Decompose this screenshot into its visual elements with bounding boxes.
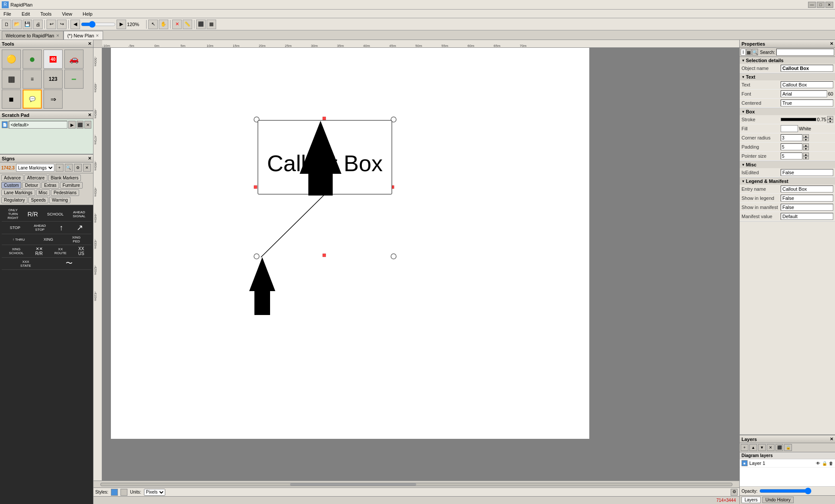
sign-wavy[interactable]: 〜	[66, 259, 73, 268]
stroke-up[interactable]: ▲	[827, 116, 833, 119]
minimize-button[interactable]: —	[808, 2, 816, 8]
menu-tools[interactable]: Tools	[39, 11, 53, 17]
layer-up-btn[interactable]: ▲	[749, 444, 757, 451]
sign-xxx-state[interactable]: XXXSTATE	[20, 260, 31, 268]
zoom-out[interactable]: ◀	[70, 20, 80, 29]
filter-advance[interactable]: Advance	[1, 175, 23, 181]
box-section-header[interactable]: Box	[740, 108, 835, 115]
sign-arrow-up[interactable]: ↑	[59, 223, 63, 232]
layer-add-btn[interactable]: +	[741, 444, 748, 451]
tab-welcome[interactable]: Welcome to RapidPlan ✕	[2, 31, 63, 40]
prop-tab-3[interactable]: 🔍	[752, 49, 758, 56]
toolbar-layer1[interactable]: ⬛	[196, 20, 206, 29]
menu-file[interactable]: File	[2, 11, 13, 17]
toolbar-undo[interactable]: ↩	[47, 20, 56, 29]
tool-ellipse[interactable]: ●	[23, 50, 42, 69]
sign-rr[interactable]: R/R	[27, 211, 38, 218]
toolbar-open[interactable]: 📂	[12, 20, 22, 29]
signs-category-select[interactable]: Lane Markings	[16, 164, 54, 172]
tool-shading[interactable]: ◼	[2, 90, 21, 109]
sign-xx-route[interactable]: XXROUTE	[54, 247, 67, 255]
sign-xx-us[interactable]: XXUS	[78, 246, 84, 256]
filter-blank-markers[interactable]: Blank Markers	[48, 175, 81, 181]
tool-number[interactable]: 123	[43, 70, 63, 89]
properties-search[interactable]	[776, 49, 834, 56]
layer-visibility[interactable]: 👁	[816, 461, 820, 466]
styles-gear[interactable]: ⚙	[731, 489, 738, 496]
pointer-size-input[interactable]	[781, 153, 802, 159]
tool-list[interactable]: ≡	[23, 70, 42, 89]
filter-speeds[interactable]: Speeds	[28, 197, 48, 203]
tools-panel-close[interactable]: ✕	[88, 41, 91, 46]
scratchpad-btn-3[interactable]: ✕	[84, 121, 91, 129]
tool-line[interactable]: ━	[64, 70, 84, 89]
legend-section-header[interactable]: Legend & Manifest	[740, 178, 835, 185]
properties-close[interactable]: ✕	[830, 41, 833, 46]
menu-help[interactable]: Help	[81, 11, 94, 17]
styles-icon[interactable]	[111, 489, 118, 496]
filter-furniture[interactable]: Furniture	[60, 182, 83, 189]
sign-xx-rr[interactable]: ✕✕R/R	[35, 246, 43, 256]
sign-thru[interactable]: ↑ THRU	[13, 238, 25, 242]
corner-radius-up[interactable]: ▲	[803, 134, 809, 138]
drawing-area[interactable]: Callout Box	[111, 48, 589, 439]
toolbar-print[interactable]: 🖨	[33, 20, 43, 29]
misc-section-header[interactable]: Misc	[740, 161, 835, 168]
corner-radius-down[interactable]: ▼	[803, 138, 809, 141]
scrollbar-horizontal[interactable]	[94, 481, 739, 487]
layer-delete-btn[interactable]: ✕	[767, 444, 775, 451]
tool-road-marking[interactable]: 🟡	[2, 50, 21, 69]
canvas-container[interactable]: -500m -490m -480m -470m -460m -450m -440…	[94, 48, 739, 481]
menu-view[interactable]: View	[60, 11, 74, 17]
pointer-size-down[interactable]: ▼	[803, 156, 809, 159]
selection-details-header[interactable]: Selection details	[740, 57, 835, 64]
signs-search-btn[interactable]: 🔍	[65, 164, 73, 172]
maximize-button[interactable]: □	[817, 2, 825, 8]
layer-btn6[interactable]: 🔒	[784, 444, 792, 451]
scratchpad-text-input[interactable]	[9, 121, 67, 129]
prop-tab-1[interactable]: I	[741, 49, 746, 56]
toolbar-new[interactable]: 🗋	[2, 20, 11, 29]
scratchpad-close[interactable]: ✕	[88, 113, 91, 117]
sign-stop[interactable]: STOP	[10, 225, 20, 230]
styles-icon2[interactable]	[120, 489, 127, 496]
signs-settings-btn[interactable]: ⚙	[74, 164, 82, 172]
scratchpad-btn-2[interactable]: ⬛	[77, 121, 84, 129]
toolbar-save[interactable]: 💾	[23, 20, 32, 29]
filter-regulatory[interactable]: Regulatory	[1, 197, 27, 203]
sign-xing-ped[interactable]: XINGPED	[72, 235, 81, 243]
toolbar-redo[interactable]: ↪	[57, 20, 67, 29]
layer-down-btn[interactable]: ▼	[758, 444, 766, 451]
layers-close[interactable]: ✕	[830, 437, 833, 441]
toolbar-cursor[interactable]: ↖	[148, 20, 158, 29]
sign-school[interactable]: SCHOOL	[47, 212, 63, 216]
scratchpad-btn-1[interactable]: ▶	[68, 121, 75, 129]
sign-xing-school[interactable]: XINGSCHOOL	[9, 247, 23, 255]
pointer-size-up[interactable]: ▲	[803, 153, 809, 156]
filter-custom[interactable]: Custom	[1, 182, 21, 189]
tab-newplan-close[interactable]: ✕	[96, 33, 99, 38]
layer-btn5[interactable]: ⬛	[775, 444, 783, 451]
toolbar-measure[interactable]: 📏	[183, 20, 192, 29]
filter-extras[interactable]: Extras	[41, 182, 59, 189]
toolbar-pan[interactable]: ✋	[159, 20, 168, 29]
sign-ahead-stop[interactable]: AHEADSTOP	[34, 224, 46, 232]
filter-lane-markings[interactable]: Lane Markings	[1, 189, 35, 196]
layer-lock[interactable]: 🔒	[822, 461, 827, 466]
menu-edit[interactable]: Edit	[20, 11, 32, 17]
tool-speed-sign[interactable]: 40	[43, 50, 63, 69]
zoom-slider[interactable]	[81, 20, 116, 28]
sign-only-turn-right[interactable]: ONLYTURNRIGHT	[7, 208, 18, 220]
filter-aftercare[interactable]: Aftercare	[24, 175, 47, 181]
layer-delete[interactable]: 🗑	[829, 461, 833, 466]
filter-warning[interactable]: Warning	[49, 197, 70, 203]
filter-misc[interactable]: Misc	[36, 189, 50, 196]
opacity-slider[interactable]	[759, 487, 812, 494]
stroke-down[interactable]: ▼	[827, 119, 833, 123]
toolbar-delete[interactable]: ✕	[172, 20, 182, 29]
prop-tab-2[interactable]: ▦	[746, 49, 752, 56]
sign-xing[interactable]: XING	[43, 237, 53, 242]
padding-input[interactable]	[781, 143, 802, 150]
tab-welcome-close[interactable]: ✕	[56, 33, 60, 38]
tool-texture[interactable]: ▦	[2, 70, 21, 89]
